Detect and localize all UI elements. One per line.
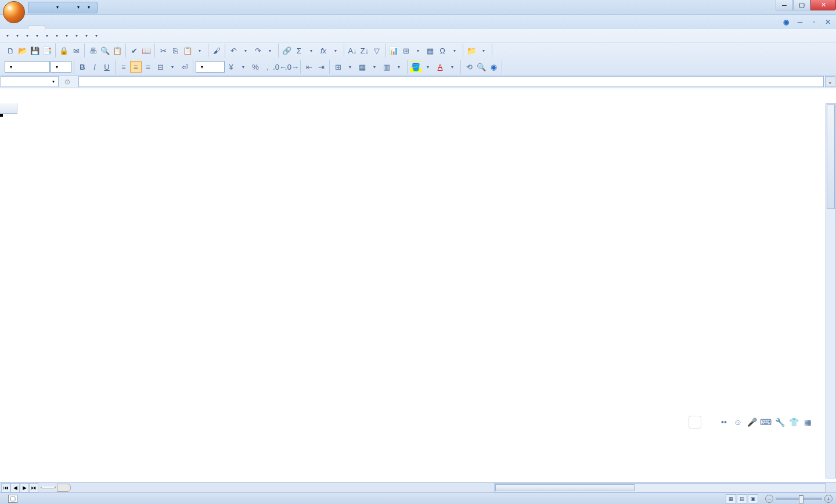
saveall-icon[interactable]: 📑	[41, 45, 53, 56]
tab-review[interactable]	[132, 25, 150, 29]
menu-format[interactable]	[52, 32, 62, 39]
preview-icon[interactable]: 🔍	[99, 45, 111, 56]
redo-icon[interactable]	[63, 3, 73, 12]
sheet-nav-next-icon[interactable]: ▶	[20, 483, 29, 492]
ime-voice-icon[interactable]: 🎤	[747, 417, 757, 427]
zoom-in-icon[interactable]: +	[824, 495, 833, 503]
decrease-decimal-icon[interactable]: .0→	[286, 61, 298, 73]
merge-icon[interactable]: ⊟	[154, 61, 166, 73]
styles-drop-icon[interactable]: ▾	[369, 61, 380, 73]
fill-color-drop-icon[interactable]: ▾	[422, 61, 434, 73]
pivot-icon[interactable]: ⊞	[400, 45, 412, 56]
font-color-drop-icon[interactable]: ▾	[446, 61, 458, 73]
bold-icon[interactable]: B	[77, 61, 88, 73]
zoom-out-icon[interactable]: −	[765, 495, 773, 503]
zoom-icon[interactable]: 🔍	[475, 61, 487, 73]
macro-record-icon[interactable]: ▢	[8, 495, 17, 503]
font-name-combo[interactable]: ▾	[5, 61, 50, 73]
spelling-icon[interactable]: ✔	[128, 45, 140, 56]
sheet-nav-first-icon[interactable]: ⏮	[1, 483, 10, 492]
redo-drop-icon[interactable]: ▾	[264, 45, 276, 56]
sheet-tab-active[interactable]	[41, 487, 56, 488]
menu-edit[interactable]	[22, 32, 32, 39]
menu-file[interactable]	[12, 32, 22, 39]
qat-customize-icon[interactable]: ▾	[84, 3, 93, 12]
menu-view[interactable]	[32, 32, 42, 39]
percent-icon[interactable]: %	[250, 61, 261, 73]
email-icon[interactable]: ✉	[70, 45, 82, 56]
formula-input[interactable]	[78, 76, 824, 87]
styles-icon[interactable]: ▦	[356, 61, 368, 73]
open-icon[interactable]: 📂	[17, 45, 28, 56]
folder-drop-icon[interactable]: ▾	[478, 45, 489, 56]
currency-icon[interactable]: ¥	[225, 61, 237, 73]
office-button[interactable]	[3, 1, 25, 23]
tab-developer[interactable]	[167, 25, 185, 29]
autosum-icon[interactable]: Σ	[293, 45, 305, 56]
filter-icon[interactable]: ▽	[371, 45, 383, 56]
cancel-icon[interactable]: ⊙	[63, 78, 72, 86]
menu-all[interactable]	[2, 32, 12, 39]
tab-page-layout[interactable]	[80, 25, 98, 29]
tab-formulas[interactable]	[98, 25, 115, 29]
comma-icon[interactable]: ,	[262, 61, 273, 73]
vertical-scrollbar[interactable]	[826, 103, 836, 478]
sheet-nav-prev-icon[interactable]: ◀	[10, 483, 20, 492]
fill-color-icon[interactable]: 🪣	[410, 61, 421, 73]
sort-asc-icon[interactable]: A↓	[347, 45, 358, 56]
help-toolbar-icon[interactable]: ◉	[488, 61, 499, 73]
menu-data[interactable]	[71, 32, 81, 39]
pivot-drop-icon[interactable]: ▾	[412, 45, 424, 56]
format-painter-icon[interactable]: 🖌	[211, 45, 222, 56]
save-icon[interactable]: 💾	[29, 45, 41, 56]
undo-icon[interactable]	[42, 3, 52, 12]
ribbon-restore-icon[interactable]: ▫	[809, 17, 819, 27]
tab-insert[interactable]	[63, 25, 80, 29]
align-left-icon[interactable]: ≡	[118, 61, 129, 73]
increase-indent-icon[interactable]: ⇥	[315, 61, 327, 73]
view-break-icon[interactable]: ▣	[748, 494, 758, 503]
formula-expand-icon[interactable]: ⌄	[825, 76, 835, 87]
italic-icon[interactable]: I	[89, 61, 100, 73]
horizontal-scrollbar[interactable]	[494, 483, 826, 492]
borders-icon[interactable]: ⊞	[332, 61, 344, 73]
permission-icon[interactable]: 🔒	[58, 45, 70, 56]
hyperlink-icon[interactable]: 🔗	[281, 45, 293, 56]
print-icon[interactable]: 🖶	[87, 45, 99, 56]
select-all-corner[interactable]	[0, 103, 17, 114]
tab-view[interactable]	[150, 25, 167, 29]
tab-data[interactable]	[115, 25, 132, 29]
view-normal-icon[interactable]: ▦	[726, 494, 736, 503]
underline-icon[interactable]: U	[101, 61, 113, 73]
symbol-drop-icon[interactable]: ▾	[449, 45, 460, 56]
properties-icon[interactable]: 📋	[111, 45, 123, 56]
symbol-icon[interactable]: Ω	[437, 45, 448, 56]
borders-drop-icon[interactable]: ▾	[344, 61, 356, 73]
tab-classic-menu[interactable]	[28, 25, 45, 29]
cond-format-icon[interactable]: ▥	[381, 61, 392, 73]
menu-window[interactable]	[81, 32, 91, 39]
hscroll-thumb[interactable]	[495, 484, 635, 491]
orientation-icon[interactable]: ⟲	[463, 61, 475, 73]
insert-sheet-button[interactable]	[57, 484, 71, 492]
table-icon[interactable]: ▦	[424, 45, 436, 56]
close-button[interactable]: ✕	[810, 0, 836, 10]
chart-icon[interactable]: 📊	[388, 45, 399, 56]
help-icon[interactable]: ◉	[781, 17, 791, 27]
sheet-nav-last-icon[interactable]: ⏭	[29, 483, 38, 492]
decrease-indent-icon[interactable]: ⇤	[303, 61, 315, 73]
function-icon[interactable]: fx	[318, 45, 329, 56]
new-icon[interactable]: 🗋	[5, 45, 16, 56]
increase-decimal-icon[interactable]: .0←	[274, 61, 286, 73]
sort-desc-icon[interactable]: Z↓	[359, 45, 370, 56]
cond-format-drop-icon[interactable]: ▾	[393, 61, 405, 73]
zoom-slider[interactable]	[776, 498, 822, 500]
ime-cn-icon[interactable]	[705, 417, 715, 427]
currency-drop-icon[interactable]: ▾	[237, 61, 249, 73]
align-right-icon[interactable]: ≡	[142, 61, 154, 73]
ime-menu-icon[interactable]: ▦	[802, 417, 813, 427]
redo-toolbar-icon[interactable]: ↷	[252, 45, 264, 56]
function-drop-icon[interactable]: ▾	[330, 45, 341, 56]
ime-keyboard-icon[interactable]: ⌨	[761, 417, 771, 427]
undo-dropdown-icon[interactable]: ▾	[53, 3, 62, 12]
